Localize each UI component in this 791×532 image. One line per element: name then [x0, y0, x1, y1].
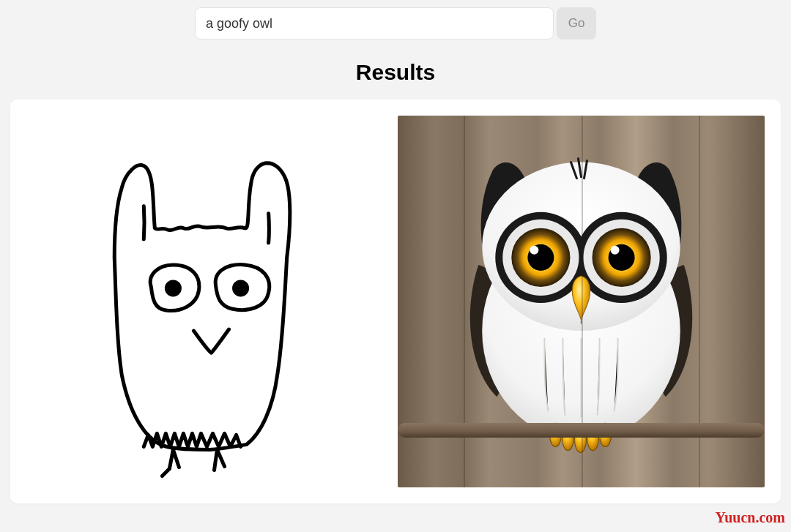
go-button[interactable]: Go [557, 7, 596, 40]
watermark-text: Yuucn.com [716, 509, 785, 526]
svg-point-13 [611, 246, 620, 255]
search-row: Go [0, 0, 791, 40]
perch-icon [398, 423, 765, 438]
results-heading: Results [0, 60, 791, 85]
owl-sketch-icon [26, 116, 393, 487]
output-image-panel [398, 116, 765, 487]
svg-point-0 [166, 282, 179, 295]
svg-point-1 [234, 282, 248, 295]
results-card [10, 100, 781, 503]
input-sketch-panel [26, 116, 393, 487]
svg-point-12 [530, 246, 538, 255]
prompt-input[interactable] [195, 7, 554, 40]
